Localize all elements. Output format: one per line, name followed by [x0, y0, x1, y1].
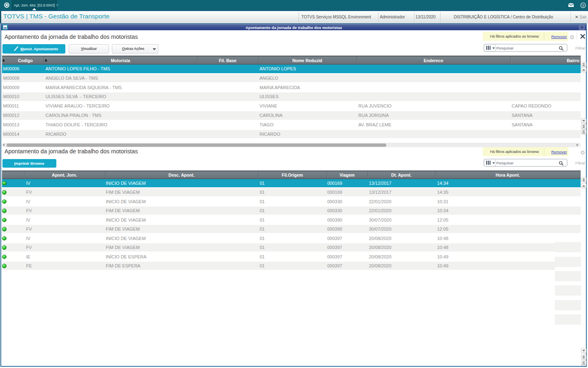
svg-text:?: ?: [582, 3, 584, 8]
